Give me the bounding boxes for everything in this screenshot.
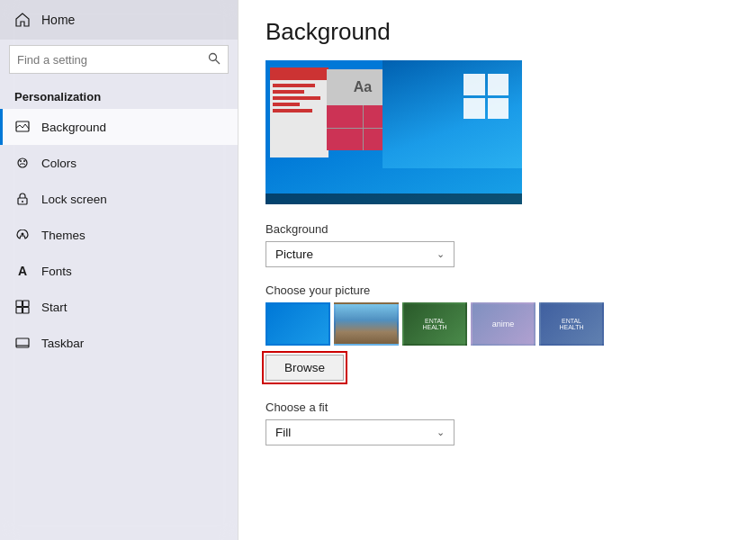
app-container: Home Personalization Background bbox=[0, 0, 756, 540]
sidebar: Home Personalization Background bbox=[0, 0, 238, 540]
svg-line-1 bbox=[216, 59, 220, 64]
sidebar-item-fonts-label: Fonts bbox=[41, 265, 72, 278]
line-bar-5 bbox=[273, 109, 312, 112]
personalization-section-label: Personalization bbox=[0, 83, 238, 109]
thumb-3-text: ENTALHEALTH bbox=[422, 318, 446, 330]
sidebar-item-fonts[interactable]: A Fonts bbox=[0, 253, 238, 289]
svg-point-5 bbox=[23, 160, 25, 162]
sidebar-item-colors[interactable]: Colors bbox=[0, 145, 238, 181]
line-bar-4 bbox=[273, 103, 300, 106]
sidebar-item-background-label: Background bbox=[41, 121, 106, 134]
home-label: Home bbox=[41, 13, 75, 27]
preview-window-left bbox=[270, 68, 328, 158]
fit-dropdown[interactable]: Fill ⌄ bbox=[266, 419, 454, 446]
sidebar-item-home[interactable]: Home bbox=[0, 0, 238, 40]
lock-screen-nav-icon bbox=[14, 191, 31, 207]
fit-dropdown-arrow: ⌄ bbox=[436, 427, 445, 438]
background-section-label: Background bbox=[266, 222, 729, 236]
desktop-preview: Aa bbox=[266, 60, 522, 204]
svg-point-4 bbox=[20, 160, 22, 162]
colors-nav-icon bbox=[14, 155, 31, 171]
sidebar-item-colors-label: Colors bbox=[41, 157, 76, 170]
background-dropdown-value: Picture bbox=[275, 248, 313, 261]
browse-button-container: Browse bbox=[266, 355, 344, 381]
tile-3 bbox=[327, 129, 363, 151]
line-bar-1 bbox=[273, 84, 315, 87]
line-bar-3 bbox=[273, 96, 320, 100]
win-logo-tr bbox=[488, 74, 509, 95]
sidebar-item-background[interactable]: Background bbox=[0, 109, 238, 145]
search-icon bbox=[208, 52, 220, 68]
sidebar-item-themes[interactable]: Themes bbox=[0, 217, 238, 253]
preview-window-right bbox=[382, 60, 522, 168]
sidebar-item-taskbar-label: Taskbar bbox=[41, 337, 84, 350]
search-input[interactable] bbox=[17, 53, 208, 67]
win-logo-tl bbox=[464, 74, 485, 95]
start-nav-icon bbox=[14, 299, 31, 315]
thumb-4-text: anime bbox=[492, 320, 515, 328]
search-box[interactable] bbox=[9, 45, 229, 74]
svg-point-0 bbox=[210, 53, 217, 60]
svg-rect-11 bbox=[16, 308, 22, 314]
sidebar-item-start-label: Start bbox=[41, 301, 68, 314]
thumb-5-text: ENTALHEALTH bbox=[559, 318, 583, 330]
tile-1 bbox=[327, 105, 363, 128]
picture-grid: ENTALHEALTH anime ENTALHEALTH bbox=[266, 302, 729, 346]
preview-taskbar bbox=[266, 194, 522, 204]
fit-dropdown-value: Fill bbox=[275, 426, 291, 439]
svg-point-7 bbox=[22, 201, 23, 202]
svg-point-8 bbox=[22, 233, 24, 236]
page-title: Background bbox=[266, 18, 729, 46]
background-dropdown-arrow: ⌄ bbox=[436, 248, 445, 260]
fonts-nav-icon: A bbox=[14, 263, 31, 279]
win-logo-bl bbox=[464, 98, 485, 120]
svg-rect-9 bbox=[16, 301, 22, 307]
preview-win-left-lines bbox=[270, 80, 328, 158]
svg-rect-10 bbox=[23, 301, 30, 307]
picture-thumb-3[interactable]: ENTALHEALTH bbox=[402, 302, 467, 346]
themes-nav-icon bbox=[14, 227, 31, 243]
line-bar-2 bbox=[273, 90, 304, 94]
preview-desktop-bg: Aa bbox=[266, 60, 522, 204]
choose-fit-label: Choose a fit bbox=[266, 400, 729, 414]
main-content: Background Aa bbox=[238, 0, 756, 540]
sidebar-item-start[interactable]: Start bbox=[0, 289, 238, 325]
picture-thumb-1[interactable] bbox=[266, 302, 330, 346]
picture-thumb-2[interactable] bbox=[334, 302, 399, 346]
home-icon bbox=[14, 12, 31, 28]
choose-picture-label: Choose your picture bbox=[266, 284, 729, 297]
sidebar-item-lock-screen[interactable]: Lock screen bbox=[0, 181, 238, 217]
taskbar-nav-icon bbox=[14, 335, 31, 351]
sidebar-item-lock-screen-label: Lock screen bbox=[41, 193, 107, 206]
background-dropdown[interactable]: Picture ⌄ bbox=[266, 241, 454, 267]
picture-thumb-5[interactable]: ENTALHEALTH bbox=[539, 302, 604, 346]
svg-point-3 bbox=[18, 158, 27, 167]
svg-rect-12 bbox=[23, 308, 30, 314]
preview-win-left-header bbox=[270, 68, 328, 80]
windows-logo-preview bbox=[464, 74, 508, 119]
background-nav-icon bbox=[14, 119, 31, 135]
browse-button[interactable]: Browse bbox=[266, 355, 344, 381]
win-logo-br bbox=[488, 98, 509, 120]
sidebar-item-taskbar[interactable]: Taskbar bbox=[0, 325, 238, 361]
picture-thumb-4[interactable]: anime bbox=[471, 302, 536, 346]
sidebar-item-themes-label: Themes bbox=[41, 229, 86, 242]
